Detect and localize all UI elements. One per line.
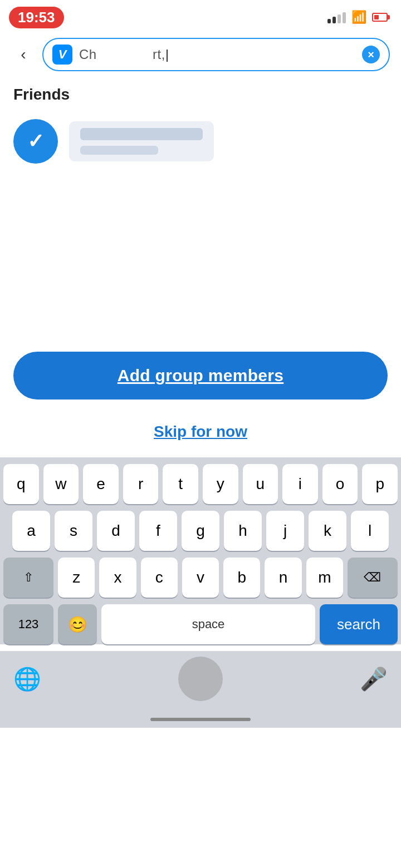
bottom-bar: 🌐 🎤 xyxy=(0,651,401,714)
clear-button[interactable]: × xyxy=(362,46,380,63)
status-icons: 📶 xyxy=(327,10,388,24)
friends-title: Friends xyxy=(13,86,388,103)
cursor xyxy=(167,50,168,62)
key-c[interactable]: c xyxy=(141,558,178,598)
friend-info xyxy=(69,121,214,161)
delete-key[interactable]: ⌫ xyxy=(348,558,398,598)
friends-section: Friends ✓ xyxy=(0,80,401,179)
status-time: 19:53 xyxy=(9,7,64,28)
key-o[interactable]: o xyxy=(322,464,358,504)
status-bar: 19:53 📶 xyxy=(0,0,401,33)
header: ‹ V Ch rt, × xyxy=(0,33,401,80)
key-u[interactable]: u xyxy=(243,464,278,504)
key-z[interactable]: z xyxy=(58,558,95,598)
wifi-icon: 📶 xyxy=(351,10,366,24)
space-key[interactable]: space xyxy=(101,604,315,644)
checkmark-icon: ✓ xyxy=(27,130,44,153)
back-arrow-icon: ‹ xyxy=(21,46,26,63)
main-content xyxy=(0,179,401,335)
key-g[interactable]: g xyxy=(182,511,219,551)
list-item[interactable]: ✓ xyxy=(13,115,388,168)
friend-name-blurred xyxy=(80,128,203,140)
home-circle xyxy=(178,657,223,701)
venmo-logo: V xyxy=(52,45,72,65)
keyboard-row-1: q w e r t y u i o p xyxy=(3,464,398,504)
key-w[interactable]: w xyxy=(43,464,79,504)
home-indicator-bar xyxy=(0,714,401,728)
home-indicator xyxy=(178,657,223,701)
key-d[interactable]: d xyxy=(97,511,135,551)
key-t[interactable]: t xyxy=(163,464,198,504)
key-n[interactable]: n xyxy=(265,558,301,598)
battery-icon xyxy=(372,13,388,22)
key-m[interactable]: m xyxy=(306,558,343,598)
skip-for-now-link[interactable]: Skip for now xyxy=(13,417,388,446)
key-v[interactable]: v xyxy=(182,558,219,598)
search-key[interactable]: search xyxy=(320,604,398,644)
key-x[interactable]: x xyxy=(99,558,136,598)
key-y[interactable]: y xyxy=(203,464,238,504)
home-bar xyxy=(150,718,251,721)
key-f[interactable]: f xyxy=(139,511,177,551)
keyboard-row-2: a s d f g h j k l xyxy=(3,511,398,551)
key-e[interactable]: e xyxy=(83,464,119,504)
globe-icon[interactable]: 🌐 xyxy=(13,666,41,692)
microphone-icon[interactable]: 🎤 xyxy=(360,666,388,692)
key-r[interactable]: r xyxy=(123,464,159,504)
friend-handle-blurred xyxy=(80,146,158,155)
action-area: Add group members Skip for now xyxy=(0,335,401,457)
key-i[interactable]: i xyxy=(282,464,318,504)
key-a[interactable]: a xyxy=(12,511,50,551)
add-group-members-button[interactable]: Add group members xyxy=(13,352,388,400)
key-h[interactable]: h xyxy=(224,511,262,551)
key-b[interactable]: b xyxy=(223,558,260,598)
key-q[interactable]: q xyxy=(3,464,39,504)
search-input[interactable]: Ch rt, xyxy=(79,47,355,62)
search-text-visible: Ch rt, xyxy=(79,47,165,62)
signal-bars-icon xyxy=(327,11,346,23)
key-p[interactable]: p xyxy=(362,464,398,504)
emoji-key[interactable]: 😊 xyxy=(58,604,97,644)
numbers-key[interactable]: 123 xyxy=(3,604,53,644)
key-l[interactable]: l xyxy=(351,511,389,551)
shift-key[interactable]: ⇧ xyxy=(3,558,53,598)
key-k[interactable]: k xyxy=(309,511,346,551)
keyboard-row-3: ⇧ z x c v b n m ⌫ xyxy=(3,558,398,598)
key-j[interactable]: j xyxy=(266,511,304,551)
key-s[interactable]: s xyxy=(55,511,92,551)
clear-icon: × xyxy=(368,49,374,60)
avatar[interactable]: ✓ xyxy=(13,119,58,164)
search-bar[interactable]: V Ch rt, × xyxy=(42,38,390,71)
keyboard-row-4: 123 😊 space search xyxy=(3,604,398,644)
keyboard: q w e r t y u i o p a s d f g h j k l ⇧ … xyxy=(0,457,401,644)
back-button[interactable]: ‹ xyxy=(11,42,36,67)
